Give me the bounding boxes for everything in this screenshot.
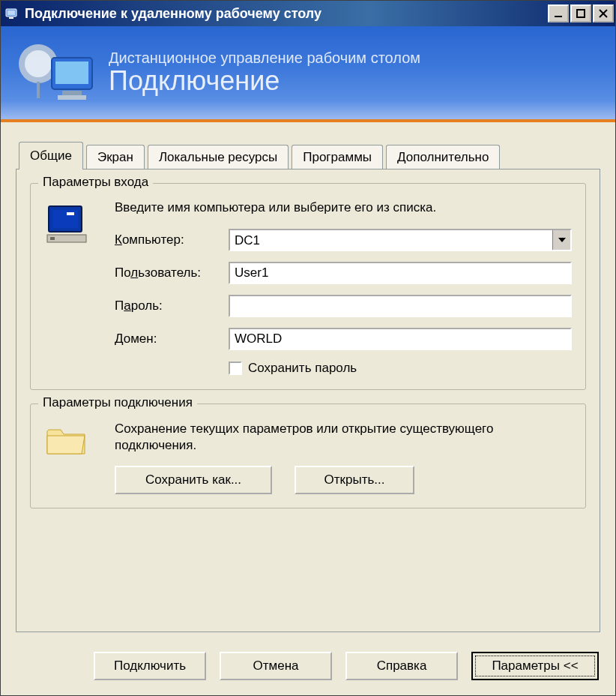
domain-input[interactable] [229, 328, 572, 350]
computer-combobox[interactable]: DC1 [229, 229, 572, 251]
group-login: Параметры входа [30, 183, 586, 390]
title-text: Подключение к удаленному рабочему столу [25, 6, 321, 22]
svg-line-5 [600, 10, 607, 17]
cancel-button[interactable]: Отмена [220, 652, 332, 680]
banner-text: Дистанционное управление рабочим столом … [109, 50, 420, 96]
remote-desktop-window: Подключение к удаленному рабочему столу [0, 0, 616, 696]
group-connection-legend: Параметры подключения [38, 395, 197, 410]
password-label: Пароль: [115, 298, 229, 314]
svg-point-8 [25, 50, 52, 77]
banner: Дистанционное управление рабочим столом … [1, 26, 615, 122]
content: Общие Экран Локальные ресурсы Программы … [1, 122, 615, 641]
svg-rect-11 [55, 62, 88, 84]
bottom-button-bar: Подключить Отмена Справка Параметры << [1, 641, 615, 695]
computer-dropdown-button[interactable] [552, 230, 570, 250]
close-button[interactable] [593, 4, 614, 22]
tab-general[interactable]: Общие [19, 142, 83, 170]
user-label: Пользователь: [115, 266, 229, 280]
tab-panel-general: Параметры входа [16, 169, 600, 632]
svg-rect-2 [9, 17, 13, 19]
svg-line-6 [600, 10, 607, 17]
svg-rect-12 [62, 91, 82, 95]
computer-icon [44, 238, 92, 250]
remote-desktop-icon [16, 34, 98, 112]
tab-display[interactable]: Экран [86, 145, 145, 170]
svg-rect-4 [577, 10, 585, 17]
help-button[interactable]: Справка [345, 652, 458, 680]
connection-desc: Сохранение текущих параметров или открыт… [115, 421, 572, 454]
open-button[interactable]: Открыть... [295, 466, 414, 494]
save-as-button[interactable]: Сохранить как... [115, 466, 272, 494]
minimize-button[interactable] [548, 4, 569, 22]
computer-label: Компьютер: [115, 232, 229, 248]
tab-local-resources[interactable]: Локальные ресурсы [148, 145, 289, 170]
domain-label: Домен: [115, 332, 229, 346]
tab-advanced[interactable]: Дополнительно [386, 145, 500, 170]
login-instruction: Введите имя компьютера или выберите его … [115, 200, 572, 215]
svg-rect-3 [555, 16, 562, 17]
banner-subtitle: Дистанционное управление рабочим столом [109, 50, 420, 66]
folder-icon [44, 448, 89, 460]
computer-value[interactable]: DC1 [230, 230, 552, 250]
user-input[interactable] [229, 262, 572, 284]
group-login-legend: Параметры входа [38, 175, 153, 190]
svg-rect-18 [50, 237, 55, 240]
svg-rect-16 [67, 212, 74, 215]
svg-rect-1 [7, 10, 15, 15]
group-connection: Параметры подключения Сохранение текущих… [30, 404, 586, 508]
tab-programs[interactable]: Программы [292, 145, 383, 170]
connect-button[interactable]: Подключить [94, 652, 206, 680]
titlebar: Подключение к удаленному рабочему столу [1, 1, 615, 26]
svg-rect-13 [58, 95, 86, 100]
app-icon [4, 5, 20, 22]
banner-title: Подключение [109, 66, 420, 96]
password-input[interactable] [229, 295, 572, 317]
save-password-checkbox[interactable] [229, 362, 242, 375]
tab-strip: Общие Экран Локальные ресурсы Программы … [19, 142, 600, 170]
maximize-button[interactable] [570, 4, 591, 22]
parameters-button[interactable]: Параметры << [471, 652, 599, 680]
save-password-label: Сохранить пароль [248, 361, 357, 376]
svg-marker-19 [558, 238, 566, 242]
